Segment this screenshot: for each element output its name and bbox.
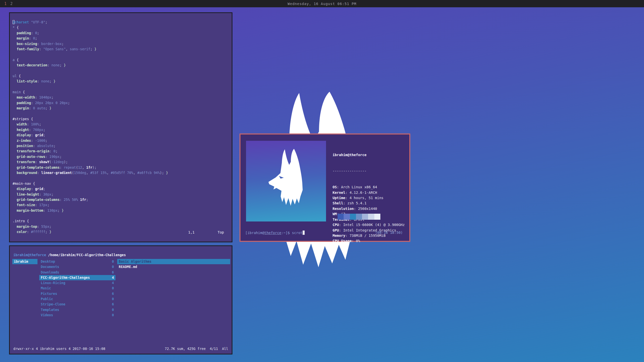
code-line[interactable]: transform: skewY(-12deg); bbox=[13, 159, 230, 165]
code-line[interactable] bbox=[13, 213, 230, 218]
code-token: , bbox=[82, 165, 86, 169]
code-token: ; bbox=[86, 198, 88, 202]
code-token: grid-template-columns bbox=[13, 198, 60, 202]
prompt-timestamp-text: (08-16 18:50) bbox=[375, 231, 403, 235]
dir-entry[interactable]: Pictures6 bbox=[39, 291, 115, 296]
dir-entry[interactable]: Stripe-Clone6 bbox=[39, 302, 115, 307]
code-line[interactable]: grid-template-columns: 25% 50% 1fr; bbox=[13, 197, 230, 202]
code-line[interactable]: text-decoration: none; } bbox=[13, 63, 230, 68]
code-line[interactable]: grid-auto-rows: 190px; bbox=[13, 154, 230, 159]
code-line[interactable]: z-index: -1000; bbox=[13, 138, 230, 143]
code-line[interactable]: list-style: none; } bbox=[13, 79, 230, 84]
code-token bbox=[29, 20, 31, 24]
dir-entry[interactable]: Basic Algorithms bbox=[117, 259, 230, 264]
dir-entry[interactable]: Templates0 bbox=[39, 307, 115, 312]
code-token: : bbox=[33, 144, 37, 148]
code-token: ( bbox=[76, 165, 78, 169]
code-line[interactable]: * { bbox=[13, 25, 230, 30]
code-line[interactable]: position: absolute; bbox=[13, 143, 230, 149]
code-line[interactable] bbox=[13, 175, 230, 181]
code-token: ; bbox=[47, 203, 49, 207]
code-token: grid bbox=[35, 187, 43, 191]
dir-entry[interactable]: Downloads6 bbox=[39, 270, 115, 275]
code-token: 0 bbox=[54, 149, 56, 153]
code-token: margin bbox=[13, 106, 29, 110]
code-line[interactable]: margin: 0 auto; } bbox=[13, 106, 230, 111]
code-line[interactable]: transform-origin: 0; bbox=[13, 149, 230, 154]
code-token: } bbox=[166, 171, 168, 175]
code-line[interactable]: #stripes { bbox=[13, 116, 230, 122]
code-line[interactable]: display: grid; bbox=[13, 186, 230, 192]
vim-ruler: 1,1 Top bbox=[10, 230, 232, 235]
code-token: : bbox=[37, 171, 41, 175]
code-token: -1000 bbox=[35, 139, 45, 143]
code-token: ; bbox=[51, 192, 53, 196]
dir-entry[interactable]: Desktop0 bbox=[39, 259, 115, 264]
code-line[interactable]: width: 100%; bbox=[13, 122, 230, 127]
code-token: } bbox=[49, 106, 51, 110]
dir-entry-count: 4 bbox=[112, 280, 114, 286]
dir-entry[interactable]: Public0 bbox=[39, 296, 115, 302]
code-token: repeat bbox=[64, 165, 76, 169]
vim-cursor: @ bbox=[13, 20, 15, 24]
code-token: skewY bbox=[39, 160, 50, 164]
code-token: ; bbox=[60, 63, 64, 67]
dir-entry-name: Linux-Ricing bbox=[41, 280, 65, 286]
code-line[interactable]: padding: 20px 20px 0 20px; bbox=[13, 100, 230, 106]
workspace-button-2[interactable]: 2 bbox=[10, 2, 13, 6]
current-directory-text: FCC-Algorithm-Challenges bbox=[77, 253, 126, 257]
code-line[interactable]: line-height: 30px; bbox=[13, 192, 230, 197]
dir-entry[interactable]: Music0 bbox=[39, 286, 115, 291]
code-line[interactable]: background: linear-gradient(150deg, #53f… bbox=[13, 170, 230, 175]
dir-entry[interactable]: FCC-Algorithm-Challenges4 bbox=[39, 275, 115, 280]
code-line[interactable]: .intro { bbox=[13, 218, 230, 224]
fetch-info-label: Resolution bbox=[333, 207, 354, 211]
code-line[interactable]: font-family: "Open Sans", sans-serif; } bbox=[13, 47, 230, 52]
code-line[interactable]: max-width: 1040px; bbox=[13, 95, 230, 100]
dir-entry-count: 0 bbox=[112, 259, 114, 264]
code-token: : bbox=[35, 160, 39, 164]
code-line[interactable]: box-sizing: border-box; bbox=[13, 41, 230, 47]
code-line[interactable] bbox=[13, 84, 230, 89]
code-token: { bbox=[19, 74, 21, 78]
dir-entry[interactable]: Documents0 bbox=[39, 264, 115, 269]
code-token: 55px bbox=[41, 224, 50, 229]
code-line[interactable]: display: grid; bbox=[13, 132, 230, 138]
parent-column: ibrahim bbox=[12, 259, 37, 264]
workspace-button-1[interactable]: 1 bbox=[4, 2, 7, 6]
code-line[interactable]: a { bbox=[13, 57, 230, 63]
code-line[interactable] bbox=[13, 52, 230, 57]
code-line[interactable]: #main-nav { bbox=[13, 181, 230, 186]
code-token: ; bbox=[45, 139, 47, 143]
code-line[interactable]: height: 760px; bbox=[13, 127, 230, 132]
code-line[interactable]: ul { bbox=[13, 73, 230, 79]
code-line[interactable]: @charset "UTF-8"; bbox=[13, 20, 230, 25]
code-line[interactable]: grid-template-columns: repeat(12, 1fr); bbox=[13, 165, 230, 170]
code-editor[interactable]: @charset "UTF-8";* { padding: 0; margin:… bbox=[13, 20, 230, 235]
code-line[interactable]: font-size: 17px; bbox=[13, 202, 230, 208]
code-line[interactable]: padding: 0; bbox=[13, 30, 230, 36]
file-manager-window[interactable]: ibrahim@theforce /home/ibrahim/FCC-Algor… bbox=[9, 245, 232, 354]
dir-entry[interactable]: Videos0 bbox=[39, 312, 115, 318]
code-line[interactable] bbox=[13, 68, 230, 73]
code-token: : bbox=[31, 139, 35, 143]
terminal-window[interactable]: ibrahim@theforce ---------------- OS: Ar… bbox=[239, 133, 410, 242]
dir-entry-name: Templates bbox=[41, 307, 59, 312]
code-token: , bbox=[86, 171, 90, 175]
code-line[interactable]: margin-top: 55px; bbox=[13, 224, 230, 229]
dir-entry-count: 0 bbox=[112, 296, 114, 302]
dir-entry[interactable]: README.md bbox=[117, 264, 230, 269]
code-token: transform bbox=[13, 160, 35, 164]
dir-entry-count: 4 bbox=[112, 275, 114, 280]
dir-entry[interactable]: ibrahim bbox=[12, 259, 37, 264]
dir-entry-count: 0 bbox=[112, 312, 114, 318]
code-line[interactable]: main { bbox=[13, 89, 230, 95]
code-line[interactable]: margin-bottom: 130px; } bbox=[13, 208, 230, 213]
dir-entry[interactable]: Linux-Ricing4 bbox=[39, 280, 115, 286]
dir-entry-name: ibrahim bbox=[14, 259, 28, 264]
editor-window[interactable]: @charset "UTF-8";* { padding: 0; margin:… bbox=[9, 12, 232, 242]
code-line[interactable] bbox=[13, 111, 230, 116]
shell-prompt[interactable]: [ibrahim@theforce:~]$ scrot bbox=[245, 231, 305, 235]
code-line[interactable]: margin: 0; bbox=[13, 36, 230, 41]
code-token: background bbox=[13, 171, 37, 175]
